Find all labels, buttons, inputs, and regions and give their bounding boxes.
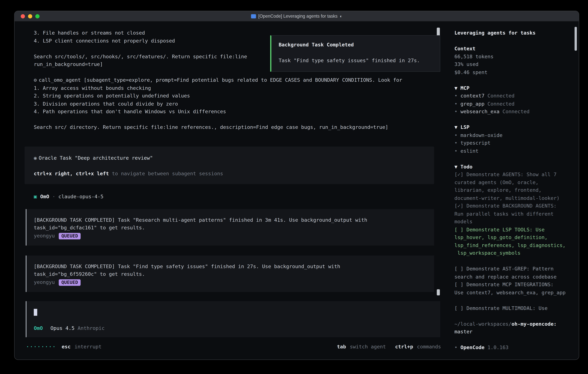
window-title-text: [OpenCode] Leveraging agents for tasks bbox=[258, 14, 337, 18]
todo-item: [✓] Demonstrate AGENTS: Show all 7 curat… bbox=[454, 171, 574, 202]
prompt-input[interactable]: OmO Opus 4.5 Anthropic bbox=[26, 301, 440, 337]
separator-dot: · bbox=[52, 193, 55, 201]
ctrlp-key-hint: ctrl+p bbox=[395, 343, 413, 351]
lsp-section-label: LSP bbox=[460, 124, 469, 130]
input-agent-name: OmO bbox=[34, 324, 43, 332]
lsp-item: • markdown-oxide bbox=[454, 132, 574, 139]
agent-name: OmO bbox=[40, 193, 49, 201]
agent-model: claude-opus-4-5 bbox=[58, 193, 104, 201]
tool-call-item: 2. String operations on potentially unde… bbox=[34, 92, 441, 100]
bullet-icon: • bbox=[454, 93, 458, 99]
todo-item: [ ] Demonstrate MCP INTEGRATIONS: Use co… bbox=[454, 281, 574, 297]
bullet-icon: • bbox=[454, 101, 458, 106]
chevron-down-icon: ▼ bbox=[454, 85, 458, 91]
bullet-icon: • bbox=[454, 109, 458, 114]
context-tokens: 66,518 tokens bbox=[454, 53, 574, 61]
message-author: yeongyu bbox=[34, 232, 55, 240]
mcp-status: Connected bbox=[487, 101, 514, 106]
record-icon: ◉ bbox=[34, 155, 37, 161]
input-meta: OmO Opus 4.5 Anthropic bbox=[34, 324, 440, 332]
chevron-down-icon: ▼ bbox=[454, 124, 458, 130]
background-task-message[interactable]: [BACKGROUND TASK COMPLETED] Task "Find t… bbox=[26, 255, 434, 292]
workspace-repo: oh-my-opencode: bbox=[512, 321, 556, 327]
bullet-icon: • bbox=[454, 344, 458, 350]
agent-header: ▣ OmO · claude-opus-4-5 bbox=[34, 193, 441, 201]
activity-spinner-icon: ········ bbox=[26, 343, 56, 351]
half-circle-icon: ◐ bbox=[340, 14, 342, 18]
mcp-section-label: MCP bbox=[460, 85, 469, 91]
tab-key-hint: tab bbox=[337, 343, 346, 351]
mcp-name: websearch_exa bbox=[460, 109, 499, 114]
bullet-icon: • bbox=[454, 148, 458, 154]
tool-call-header-text: call_omo_agent [subagent_type=explore, p… bbox=[39, 77, 402, 83]
conversation-pane[interactable]: 3. File handles or streams not closed 4.… bbox=[15, 21, 441, 360]
window-title: [OpenCode] Leveraging agents for tasks ◐ bbox=[251, 14, 342, 18]
oracle-task-title-text: Oracle Task "Deep architecture review" bbox=[39, 155, 153, 161]
workspace-path-prefix: ~/local-workspaces/ bbox=[454, 321, 512, 327]
app-version-footer: • OpenCode 1.0.163 bbox=[454, 344, 574, 352]
titlebar: [OpenCode] Leveraging agents for tasks ◐ bbox=[15, 11, 579, 21]
mcp-item: • grep_app Connected bbox=[454, 100, 574, 108]
mcp-item: • websearch_exa Connected bbox=[454, 108, 574, 115]
todo-item: [ ] Demonstrate AST-GREP: Pattern search… bbox=[454, 265, 574, 281]
sidebar-scrollbar-thumb[interactable] bbox=[575, 27, 577, 51]
lsp-item: • eslint bbox=[454, 147, 574, 155]
session-sidebar[interactable]: Leveraging agents for tasks Context 66,5… bbox=[441, 21, 579, 360]
lsp-name: typescript bbox=[460, 140, 491, 146]
queued-badge: QUEUED bbox=[59, 279, 81, 286]
text-cursor bbox=[34, 309, 37, 316]
mcp-item: • context7 Connected bbox=[454, 92, 574, 100]
document-icon bbox=[251, 14, 256, 18]
oracle-task-panel: ◉Oracle Task "Deep architecture review" … bbox=[25, 146, 434, 184]
bullet-icon: • bbox=[454, 132, 458, 138]
status-bar: ········ esc interrupt tab switch agent … bbox=[26, 343, 441, 351]
background-task-message[interactable]: [BACKGROUND TASK COMPLETED] Task "Resear… bbox=[26, 209, 434, 245]
tool-call-item: 4. Path operations that don't handle Win… bbox=[34, 108, 441, 115]
lsp-item: • typescript bbox=[454, 139, 574, 147]
tool-call-footer: Search src/ directory. Return specific f… bbox=[34, 124, 441, 131]
opencode-window: [OpenCode] Leveraging agents for tasks ◐… bbox=[14, 11, 579, 360]
todo-section-header[interactable]: ▼ Todo bbox=[454, 163, 574, 171]
mcp-name: context7 bbox=[460, 93, 484, 99]
tab-key-label: switch agent bbox=[350, 343, 386, 351]
todo-item: [✓] Demonstrate BACKGROUND AGENTS: Run p… bbox=[454, 202, 574, 226]
todo-section-label: Todo bbox=[460, 164, 472, 169]
app-version: 1.0.163 bbox=[487, 344, 508, 350]
context-spent: $0.46 spent bbox=[454, 69, 574, 76]
message-body: [BACKGROUND TASK COMPLETED] Task "Resear… bbox=[34, 216, 434, 232]
gear-icon: ⚙ bbox=[34, 77, 37, 83]
agent-square-icon: ▣ bbox=[34, 193, 37, 201]
queued-badge: QUEUED bbox=[59, 233, 81, 239]
chevron-down-icon: ▼ bbox=[454, 164, 458, 169]
minimize-window-button[interactable] bbox=[28, 14, 32, 18]
tool-call-header: ⚙call_omo_agent [subagent_type=explore, … bbox=[34, 76, 441, 84]
subagent-navigation-hint: ctrl+x right, ctrl+x leftto navigate bet… bbox=[34, 170, 434, 177]
app-name: OpenCode bbox=[460, 344, 484, 350]
main-scrollbar-thumb[interactable] bbox=[437, 289, 440, 295]
mcp-name: grep_app bbox=[460, 101, 484, 106]
tool-call-item: 3. Division operations that could divide… bbox=[34, 100, 441, 108]
toast-body: Task "Find type safety issues" finished … bbox=[279, 57, 440, 65]
session-title: Leveraging agents for tasks bbox=[454, 29, 574, 37]
oracle-task-title: ◉Oracle Task "Deep architecture review" bbox=[34, 154, 434, 162]
mcp-status: Connected bbox=[487, 93, 514, 99]
workspace-branch: master bbox=[454, 328, 574, 336]
close-window-button[interactable] bbox=[21, 14, 25, 18]
mcp-section-header[interactable]: ▼ MCP bbox=[454, 84, 574, 92]
zoom-window-button[interactable] bbox=[35, 14, 40, 18]
tool-call-item: 1. Array access without bounds checking bbox=[34, 84, 441, 92]
message-body: [BACKGROUND TASK COMPLETED] Task "Find t… bbox=[34, 263, 434, 278]
todo-item: [ ] Demonstrate LSP TOOLS: Use lsp_hover… bbox=[454, 226, 574, 257]
message-author: yeongyu bbox=[34, 279, 55, 286]
lsp-name: markdown-oxide bbox=[460, 132, 503, 138]
window-controls bbox=[21, 11, 40, 21]
desktop-background: [OpenCode] Leveraging agents for tasks ◐… bbox=[0, 0, 588, 374]
input-model-name: Opus 4.5 bbox=[51, 324, 74, 332]
ctrlp-key-label: commands bbox=[417, 343, 441, 351]
background-task-toast: Background Task Completed Task "Find typ… bbox=[270, 35, 440, 72]
hint-keys: ctrl+x right, ctrl+x left bbox=[34, 170, 109, 176]
context-header: Context bbox=[454, 45, 574, 53]
lsp-name: eslint bbox=[460, 148, 478, 154]
lsp-section-header[interactable]: ▼ LSP bbox=[454, 124, 574, 131]
todo-item: [ ] Demonstrate MULTIMODAL: Use bbox=[454, 304, 574, 312]
